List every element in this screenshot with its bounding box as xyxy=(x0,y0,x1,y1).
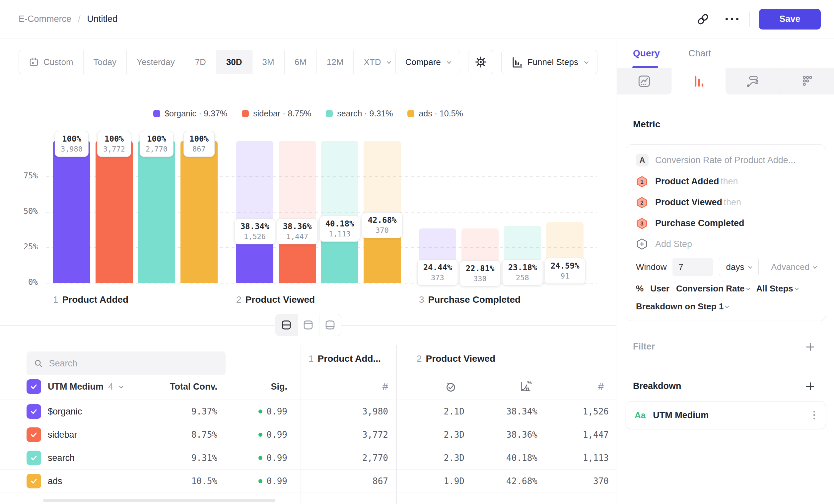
layout-chart-only-button[interactable] xyxy=(297,314,319,336)
chevron-down-icon xyxy=(119,384,124,388)
row-checkbox[interactable] xyxy=(26,404,41,419)
row-checkbox[interactable] xyxy=(26,428,41,442)
active-tab-underline xyxy=(632,66,658,68)
horizontal-scrollbar[interactable] xyxy=(43,499,275,502)
layout-table-only-button[interactable] xyxy=(319,314,341,336)
step2-count: 1,447 xyxy=(583,430,609,440)
breadcrumb-parent[interactable]: E-Commerce xyxy=(19,14,71,24)
percent-token[interactable]: % xyxy=(636,283,643,294)
range-today[interactable]: Today xyxy=(83,50,126,74)
funnel-bar[interactable] xyxy=(180,141,218,283)
step1-count-column-toggle[interactable]: # xyxy=(315,377,388,396)
metric-title-row[interactable]: A Conversion Rate of Product Adde... xyxy=(626,149,826,171)
breakdown-item-label: UTM Medium xyxy=(653,410,709,420)
window-value-input[interactable] xyxy=(673,258,713,276)
bar-count: 373 xyxy=(423,273,452,282)
sig-value: 0.99 xyxy=(266,476,287,486)
add-step-label: Add Step xyxy=(655,239,692,249)
chart-type-funnel[interactable] xyxy=(672,68,726,94)
funnel-ghost-bar xyxy=(321,141,358,226)
save-button[interactable]: Save xyxy=(759,9,821,29)
compare-button[interactable]: Compare xyxy=(396,50,460,74)
legend-item[interactable]: ads · 10.5% xyxy=(408,109,463,118)
y-axis-tick: 25% xyxy=(14,242,38,251)
total-conv-label: Total Conv. xyxy=(170,382,217,392)
select-all-checkbox[interactable] xyxy=(26,379,41,394)
bar-value-label: 24.59% 91 xyxy=(545,258,586,284)
chart-type-retention[interactable] xyxy=(780,68,834,94)
breakdown-item-menu[interactable] xyxy=(811,409,817,422)
breakdown-label: Breakdown xyxy=(633,381,681,391)
chart-settings-button[interactable] xyxy=(468,50,493,74)
chart-type-button[interactable]: Funnel Steps xyxy=(501,50,597,74)
add-step-button[interactable]: Add Step xyxy=(626,234,826,254)
funnel-bar[interactable] xyxy=(138,141,175,283)
avg-time-icon xyxy=(444,380,458,394)
funnel-bar[interactable] xyxy=(95,141,133,283)
chart-type-flows[interactable] xyxy=(726,68,780,94)
table-row[interactable]: ads 10.5% 0.99 867 1.9D 42.68% 370 xyxy=(0,469,616,492)
string-property-icon: Aa xyxy=(635,410,645,420)
bar-count: 330 xyxy=(466,274,495,283)
range-30d[interactable]: 30D xyxy=(216,50,252,74)
step-then-label: then xyxy=(724,197,742,207)
row-checkbox[interactable] xyxy=(26,451,41,465)
breakdown-item[interactable]: Aa UTM Medium xyxy=(626,401,826,429)
add-filter-button[interactable] xyxy=(806,342,815,351)
group-label: UTM Medium xyxy=(48,382,104,392)
legend-item[interactable]: sidebar · 8.75% xyxy=(242,109,311,118)
sig-column-header[interactable]: Sig. xyxy=(212,377,287,396)
legend-item[interactable]: search · 9.31% xyxy=(326,109,393,118)
range-yesterday[interactable]: Yesterday xyxy=(126,50,185,74)
legend-label: ads · 10.5% xyxy=(419,109,463,118)
add-breakdown-button[interactable] xyxy=(806,382,815,391)
funnel-bar[interactable] xyxy=(53,141,90,283)
step2-time-column-toggle[interactable] xyxy=(444,377,462,396)
measure-select[interactable]: Conversion Rate xyxy=(676,283,750,294)
bar-value-label: 100% 3,772 xyxy=(97,131,131,157)
table-row[interactable]: search 9.31% 0.99 2,770 2.3D 40.18% 1,11… xyxy=(0,446,616,469)
row-checkbox[interactable] xyxy=(26,474,41,488)
table-row[interactable]: $organic 9.37% 0.99 3,980 2.1D 38.34% 1,… xyxy=(0,399,616,423)
breakdown-step-select[interactable]: Breakdown on Step 1 xyxy=(636,301,728,312)
bar-count: 3,772 xyxy=(103,144,125,154)
total-conv-column-header[interactable]: Total Conv. xyxy=(142,377,217,396)
app-header: E-Commerce / Untitled Save xyxy=(0,0,834,39)
group-column-header[interactable]: UTM Medium 4 xyxy=(48,377,123,396)
range-12m[interactable]: 12M xyxy=(316,50,354,74)
breadcrumb-current[interactable]: Untitled xyxy=(87,14,118,24)
legend-item[interactable]: $organic · 9.37% xyxy=(153,109,227,118)
query-step-row[interactable]: 1 Product Added then xyxy=(626,171,826,192)
chart-type-insights[interactable] xyxy=(617,68,672,94)
query-step-row[interactable]: 2 Product Viewed then xyxy=(626,192,826,213)
group-count: 4 xyxy=(108,382,113,392)
check-icon xyxy=(30,383,38,391)
range-6m[interactable]: 6M xyxy=(284,50,316,74)
steps-scope-select[interactable]: All Steps xyxy=(756,283,798,294)
legend-swatch xyxy=(408,110,414,117)
step2-count-column-toggle[interactable]: # xyxy=(572,377,604,396)
table-row[interactable]: sidebar 8.75% 0.99 3,772 2.3D 38.36% 1,4… xyxy=(0,423,616,446)
step1-count: 3,772 xyxy=(362,430,388,440)
range-7d[interactable]: 7D xyxy=(185,50,216,74)
layout-split-button[interactable] xyxy=(275,314,297,336)
legend: $organic · 9.37% sidebar · 8.75% search … xyxy=(0,109,616,118)
advanced-toggle[interactable]: Advanced xyxy=(771,262,816,272)
check-icon xyxy=(30,431,38,439)
window-unit-select[interactable]: days xyxy=(719,258,759,276)
range-label: 12M xyxy=(327,57,344,67)
tab-query[interactable]: Query xyxy=(633,48,660,59)
bar-count: 1,526 xyxy=(241,232,269,242)
share-link-button[interactable] xyxy=(692,8,714,30)
range-xtd[interactable]: XTD xyxy=(353,50,395,74)
counting-entity-select[interactable]: User xyxy=(650,283,670,294)
range-custom[interactable]: Custom xyxy=(19,50,83,74)
chart-type-label: Funnel Steps xyxy=(527,57,578,67)
funnel-step-axis-label: 2Product Viewed xyxy=(236,294,315,305)
step1-count: 867 xyxy=(373,476,388,486)
query-step-row[interactable]: 3 Purchase Completed xyxy=(626,213,826,234)
step2-conv-column-toggle[interactable]: % xyxy=(518,377,536,396)
more-options-button[interactable] xyxy=(722,8,743,30)
range-3m[interactable]: 3M xyxy=(252,50,284,74)
tab-chart[interactable]: Chart xyxy=(688,48,711,59)
